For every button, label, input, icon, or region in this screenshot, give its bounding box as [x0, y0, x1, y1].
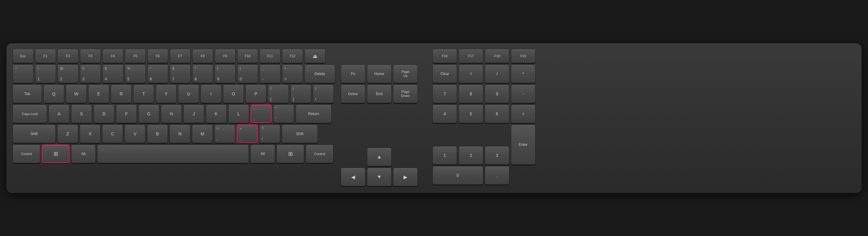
key-numpad-clear[interactable]: Clear	[432, 65, 457, 83]
key-e[interactable]: E	[88, 85, 109, 103]
key-left-control[interactable]: Control	[12, 145, 40, 163]
key-quote[interactable]: " '	[273, 105, 294, 123]
key-caps-lock[interactable]: Caps Lock	[12, 105, 47, 123]
key-4[interactable]: $ 4	[102, 65, 123, 83]
key-numpad-multiply[interactable]: *	[511, 65, 535, 83]
key-minus[interactable]: _ -	[259, 65, 280, 83]
key-tab[interactable]: Tab	[12, 85, 42, 103]
key-arrow-up[interactable]: ▲	[367, 148, 392, 166]
key-left-win[interactable]: ⊞	[42, 145, 69, 163]
key-numpad-minus[interactable]: -	[511, 85, 535, 103]
key-f2[interactable]: F2	[58, 49, 79, 63]
key-w[interactable]: W	[66, 85, 87, 103]
key-space[interactable]	[97, 145, 249, 163]
key-i[interactable]: I	[200, 85, 221, 103]
key-c[interactable]: C	[102, 125, 123, 143]
key-q[interactable]: Q	[43, 85, 64, 103]
key-f[interactable]: F	[116, 105, 137, 123]
key-left-alt[interactable]: Alt	[71, 145, 96, 163]
key-3[interactable]: # 3	[80, 65, 101, 83]
key-x[interactable]: X	[80, 125, 100, 143]
key-right-alt[interactable]: Alt	[250, 145, 275, 163]
key-f12[interactable]: F12	[282, 49, 303, 63]
key-k[interactable]: K	[206, 105, 227, 123]
key-slash[interactable]: ? /	[259, 125, 280, 143]
key-f10[interactable]: F10	[237, 49, 258, 63]
key-numpad-enter[interactable]: Enter	[511, 125, 535, 165]
key-f3[interactable]: F3	[80, 49, 101, 63]
key-v[interactable]: V	[125, 125, 146, 143]
key-page-up[interactable]: PageUp	[393, 65, 418, 83]
key-b[interactable]: B	[147, 125, 168, 143]
key-7[interactable]: & 7	[170, 65, 191, 83]
key-0[interactable]: ) 0	[237, 65, 258, 83]
key-8[interactable]: * 8	[192, 65, 213, 83]
key-numpad-9[interactable]: 9	[485, 85, 509, 103]
key-numpad-6[interactable]: 6	[485, 105, 509, 123]
key-left-bracket[interactable]: { [	[268, 85, 289, 103]
key-fn[interactable]: Fn	[341, 65, 365, 83]
key-f4[interactable]: F4	[102, 49, 123, 63]
key-a[interactable]: A	[49, 105, 69, 123]
key-right-win[interactable]: ⊞	[277, 145, 304, 163]
key-f8[interactable]: F8	[192, 49, 213, 63]
key-9[interactable]: ( 9	[215, 65, 236, 83]
key-left-shift[interactable]: Shift	[12, 125, 56, 143]
key-y[interactable]: Y	[156, 85, 177, 103]
key-right-control[interactable]: Control	[306, 145, 334, 163]
key-n[interactable]: N	[169, 125, 190, 143]
key-1[interactable]: ! 1	[35, 65, 56, 83]
key-backslash[interactable]: | \	[313, 85, 334, 103]
key-numpad-decimal[interactable]: .	[485, 166, 509, 185]
key-numpad-equals[interactable]: =	[459, 65, 483, 83]
key-p[interactable]: P	[245, 85, 267, 103]
key-return[interactable]: Return	[296, 105, 332, 123]
key-semicolon[interactable]: : ;	[251, 105, 272, 123]
key-arrow-right[interactable]: ▶	[393, 168, 418, 186]
key-numpad-5[interactable]: 5	[459, 105, 483, 123]
key-numpad-plus[interactable]: +	[511, 105, 535, 123]
key-numpad-4[interactable]: 4	[432, 105, 457, 123]
key-end[interactable]: End	[367, 85, 392, 103]
key-m[interactable]: M	[192, 125, 213, 143]
key-f1[interactable]: F1	[35, 49, 56, 63]
key-f7[interactable]: F7	[170, 49, 191, 63]
key-backtick[interactable]: ~ `	[12, 65, 33, 83]
key-j[interactable]: J	[183, 105, 204, 123]
key-g[interactable]: G	[138, 105, 159, 123]
key-nav-delete[interactable]: Delete	[341, 85, 365, 103]
key-comma[interactable]: < ,	[214, 125, 235, 143]
key-r[interactable]: R	[111, 85, 132, 103]
key-f19[interactable]: F19	[511, 49, 535, 63]
key-numpad-2[interactable]: 2	[459, 146, 483, 165]
key-6[interactable]: ^ 6	[147, 65, 168, 83]
key-l[interactable]: L	[228, 105, 249, 123]
key-5[interactable]: % 5	[125, 65, 146, 83]
key-numpad-1[interactable]: 1	[432, 146, 457, 165]
key-numpad-3[interactable]: 3	[485, 146, 509, 165]
key-u[interactable]: U	[178, 85, 199, 103]
key-z[interactable]: Z	[57, 125, 78, 143]
key-equals[interactable]: + =	[282, 65, 303, 83]
key-page-down[interactable]: PageDown	[393, 85, 418, 103]
key-arrow-left[interactable]: ◀	[341, 168, 365, 186]
key-f6[interactable]: F6	[147, 49, 168, 63]
key-d[interactable]: D	[93, 105, 115, 123]
key-numpad-divide[interactable]: /	[485, 65, 509, 83]
key-2[interactable]: @ 2	[58, 65, 79, 83]
key-numpad-8[interactable]: 8	[459, 85, 483, 103]
key-right-bracket[interactable]: } ]	[290, 85, 311, 103]
key-f16[interactable]: F16	[432, 49, 457, 63]
key-eject[interactable]: ⏏	[305, 49, 326, 63]
key-arrow-down[interactable]: ▼	[367, 168, 392, 186]
key-period[interactable]: > .	[237, 125, 258, 143]
key-o[interactable]: O	[223, 85, 244, 103]
key-f5[interactable]: F5	[125, 49, 146, 63]
key-t[interactable]: T	[133, 85, 154, 103]
key-h[interactable]: H	[161, 105, 182, 123]
key-numpad-7[interactable]: 7	[432, 85, 457, 103]
key-s[interactable]: S	[71, 105, 92, 123]
key-f9[interactable]: F9	[215, 49, 236, 63]
key-esc[interactable]: Esc	[12, 49, 33, 63]
key-numpad-0[interactable]: 0	[432, 166, 483, 185]
